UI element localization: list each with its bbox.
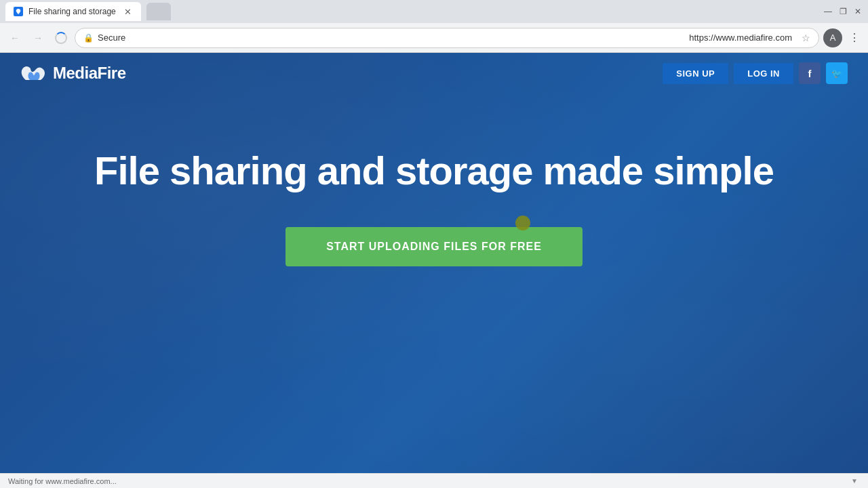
back-button[interactable]: ← [5,28,24,47]
tab-favicon [14,7,23,16]
twitter-icon-label: 🐦 [831,68,842,79]
close-button[interactable]: ✕ [853,7,863,16]
logo[interactable]: MediaFire [20,64,126,83]
active-tab[interactable]: File sharing and storage ✕ [5,2,141,21]
status-text: Waiting for www.mediafire.com... [8,477,117,485]
nav-right: SIGN UP LOG IN f 🐦 [663,62,848,84]
minimize-button[interactable]: — [823,7,833,16]
logo-text: MediaFire [53,64,126,83]
login-button[interactable]: LOG IN [734,63,793,84]
bookmark-icon[interactable]: ☆ [802,33,810,43]
forward-button[interactable]: → [28,28,47,47]
status-progress: ▼ [849,476,860,487]
signup-button[interactable]: SIGN UP [663,63,728,84]
menu-button[interactable]: ⋮ [846,28,863,47]
logo-icon [20,64,47,83]
maximize-button[interactable]: ❐ [838,7,848,16]
hero-section: File sharing and storage made simple STA… [0,94,868,266]
reload-button[interactable] [52,28,71,47]
chevron-down-icon: ▼ [851,477,858,485]
profile-button[interactable]: A [823,28,842,47]
facebook-icon-label: f [808,68,812,79]
secure-label: Secure [98,33,685,43]
new-tab[interactable] [146,3,171,20]
address-url: https://www.mediafire.com [689,33,792,43]
address-input[interactable]: 🔒 Secure https://www.mediafire.com ☆ [75,28,819,48]
site-nav: MediaFire SIGN UP LOG IN f 🐦 [0,53,868,94]
title-bar: File sharing and storage ✕ — ❐ ✕ [0,0,868,23]
hero-title: File sharing and storage made simple [94,148,774,193]
tab-title: File sharing and storage [28,7,116,16]
secure-icon: 🔒 [83,33,94,43]
twitter-button[interactable]: 🐦 [826,62,848,84]
website-content: MediaFire SIGN UP LOG IN f 🐦 File sharin… [0,53,868,473]
cta-button[interactable]: START UPLOADING FILES FOR FREE [285,227,583,266]
address-bar: ← → 🔒 Secure https://www.mediafire.com ☆… [0,23,868,53]
browser-window: File sharing and storage ✕ — ❐ ✕ ← → 🔒 S… [0,0,868,488]
tab-close-button[interactable]: ✕ [122,6,133,17]
facebook-button[interactable]: f [799,62,821,84]
status-bar: Waiting for www.mediafire.com... ▼ [0,473,868,488]
window-controls: — ❐ ✕ [823,7,863,16]
loading-spinner [55,32,67,44]
